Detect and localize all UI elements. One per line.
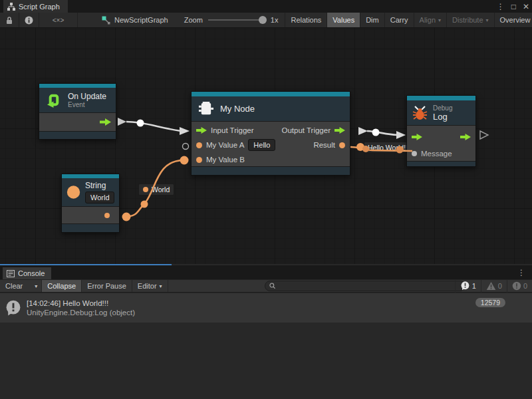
dim-label: Dim (366, 16, 379, 24)
error-pause-label: Error Pause (87, 282, 126, 290)
chevron-down-icon: ▾ (160, 283, 162, 289)
carry-label: Carry (390, 16, 408, 24)
graph-icon (7, 3, 15, 11)
graph-asset-button[interactable]: NewScriptGraph (95, 13, 175, 27)
log-entry-row[interactable]: [14:02:46] Hello World!!! UnityEngine.De… (0, 293, 532, 323)
values-button[interactable]: Values (327, 13, 360, 27)
console-log-list: [14:02:46] Hello World!!! UnityEngine.De… (0, 293, 532, 399)
zoom-slider-handle[interactable] (259, 16, 267, 24)
distribute-button[interactable]: Distribute ▾ (447, 13, 494, 27)
overview-button[interactable]: Overview (495, 13, 532, 27)
close-icon[interactable]: ✕ (523, 2, 529, 11)
tab-script-graph[interactable]: Script Graph (3, 0, 68, 13)
log-info-bubble-icon (5, 300, 22, 317)
align-label: Align (420, 16, 436, 24)
carry-button[interactable]: Carry (385, 13, 414, 27)
node-string[interactable]: String World (61, 174, 120, 233)
search-input[interactable] (279, 282, 461, 290)
unit-icon (198, 101, 214, 116)
wire-flow-2 (367, 131, 398, 135)
flow-input-port[interactable] (196, 127, 207, 134)
port-label: My Value B (206, 156, 245, 164)
node-footer (62, 224, 119, 232)
info-button[interactable] (19, 13, 39, 27)
warning-count-toggle[interactable]: 0 (481, 279, 507, 293)
values-label: Values (332, 16, 354, 24)
node-on-update[interactable]: On Update Event (39, 83, 116, 140)
script-graph-asset-icon (102, 16, 110, 25)
editor-label: Editor (138, 282, 157, 290)
log-stacktrace: UnityEngine.Debug:Log (object) (27, 309, 135, 317)
info-count-toggle[interactable]: 1 (455, 279, 481, 293)
message-input-port[interactable] (412, 151, 417, 156)
node-subtitle: Event (68, 101, 106, 108)
chevron-down-icon: ▾ (486, 17, 489, 23)
node-debug-log[interactable]: Debug Log Message (406, 95, 476, 167)
editor-dropdown-button[interactable]: Editor ▾ (132, 280, 168, 292)
wire-flow-1 (126, 122, 181, 131)
value-output-port[interactable] (339, 142, 345, 148)
log-collapse-count-badge: 12579 (475, 298, 505, 307)
edit-source-button[interactable]: <×> (39, 13, 78, 27)
code-icon: <×> (53, 17, 65, 24)
lock-button[interactable] (0, 13, 19, 27)
my-value-a-field[interactable]: Hello (248, 139, 275, 151)
tab-console[interactable]: Console (3, 267, 51, 279)
unconnected-port-stub (183, 144, 189, 150)
wire-arrowhead (396, 131, 406, 139)
dim-button[interactable]: Dim (360, 13, 385, 27)
relations-button[interactable]: Relations (285, 13, 327, 27)
clear-label: Clear (5, 282, 23, 290)
console-tab-title: Console (18, 269, 45, 277)
graph-toolbar: <×> NewScriptGraph Zoom 1x Relations Val… (0, 13, 532, 28)
tab-title: Script Graph (19, 3, 60, 11)
flow-output-port[interactable] (334, 127, 345, 134)
value-input-port[interactable] (196, 157, 202, 163)
window-tab-bar: Script Graph ⋮ □ ✕ (0, 0, 532, 13)
node-accent-bar (192, 92, 350, 96)
console-panel: Console ⋮ Clear ▾ Collapse Error Pause E… (0, 264, 532, 399)
error-count-toggle[interactable]: 0 (507, 279, 532, 293)
on-update-event-icon (45, 92, 62, 108)
wire-midpoint-dot (141, 201, 148, 208)
node-title: String (85, 181, 106, 190)
node-my-node[interactable]: My Node Input Trigger Output Trigger My … (191, 91, 350, 176)
flow-output-port[interactable] (460, 134, 471, 140)
flow-output-port[interactable] (100, 118, 111, 126)
chevron-down-icon: ▾ (438, 17, 441, 23)
graph-canvas[interactable]: World Hello World!!! On Update Event (0, 28, 532, 264)
console-tab-strip: Console ⋮ (0, 265, 532, 279)
zoom-control: Zoom 1x (175, 13, 285, 27)
align-button[interactable]: Align ▾ (414, 13, 447, 27)
node-footer (39, 132, 116, 139)
value-dot-icon (143, 187, 148, 192)
search-icon (269, 283, 276, 289)
lock-icon (5, 16, 13, 25)
wire-arrowhead (180, 127, 190, 135)
clear-dropdown-button[interactable]: ▾ (28, 280, 42, 292)
collapse-label: Collapse (47, 282, 76, 290)
collapse-button[interactable]: Collapse (42, 280, 82, 292)
flow-input-port[interactable] (412, 134, 422, 140)
clear-button[interactable]: Clear (0, 280, 28, 292)
port-label: Input Trigger (211, 126, 254, 134)
window-menu-icon[interactable]: ⋮ (497, 2, 505, 11)
console-counters: 1 0 0 (455, 279, 532, 293)
warning-count: 0 (498, 282, 502, 290)
error-count: 0 (523, 282, 527, 290)
chevron-down-icon: ▾ (35, 283, 37, 289)
error-pause-button[interactable]: Error Pause (82, 280, 132, 292)
console-icon (7, 270, 15, 277)
console-menu-icon[interactable]: ⋮ (517, 268, 525, 277)
warning-triangle-icon (486, 281, 496, 291)
wire-midpoint-dot (137, 120, 144, 127)
zoom-value: 1x (271, 16, 279, 24)
zoom-slider[interactable] (208, 19, 265, 21)
value-input-port[interactable] (196, 142, 202, 148)
log-message: [14:02:46] Hello World!!! (27, 299, 135, 307)
string-output-port[interactable] (104, 213, 110, 218)
port-label: Message (421, 150, 452, 158)
string-value-field[interactable]: World (85, 192, 114, 203)
maximize-icon[interactable]: □ (511, 2, 516, 11)
console-search-field[interactable] (265, 281, 466, 291)
